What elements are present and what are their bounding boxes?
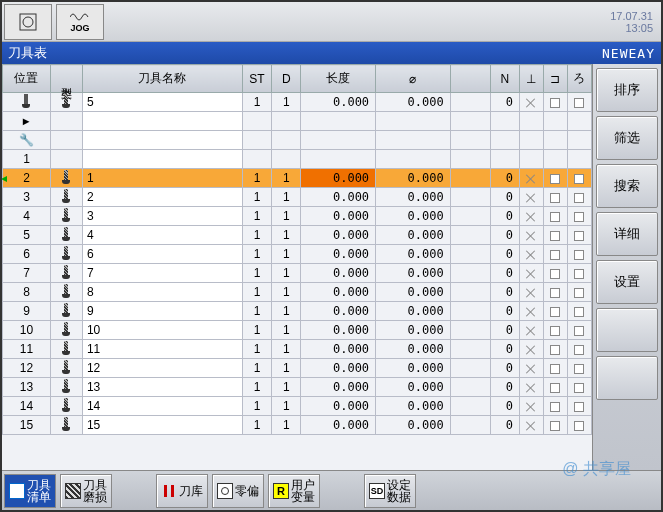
softkey-筛选[interactable]: 筛选: [596, 116, 658, 160]
table-header: 位置 类型 刀具名称 ST D 长度 ⌀ N ⊥ ⊐ ろ: [3, 65, 592, 93]
svg-point-1: [23, 17, 33, 27]
top-bar: JOG 17.07.3113:05: [2, 2, 661, 42]
table-row[interactable]: 1: [3, 150, 592, 169]
table-row[interactable]: 1414110.0000.0000: [3, 397, 592, 416]
table-row[interactable]: 1111110.0000.0000: [3, 340, 592, 359]
svg-rect-3: [171, 485, 174, 497]
table-row-selected[interactable]: ◂21110.0000.0000: [3, 169, 592, 188]
table-row[interactable]: 1010110.0000.0000: [3, 321, 592, 340]
table-row[interactable]: 1515110.0000.0000: [3, 416, 592, 435]
tool-table[interactable]: 位置 类型 刀具名称 ST D 长度 ⌀ N ⊥ ⊐ ろ 5110.0000.0…: [2, 64, 593, 471]
table-row[interactable]: 1212110.0000.0000: [3, 359, 592, 378]
table-row[interactable]: 5110.0000.0000: [3, 93, 592, 112]
softkey-blank[interactable]: [596, 308, 658, 352]
page-title: 刀具表: [8, 44, 47, 62]
table-row[interactable]: 1313110.0000.0000: [3, 378, 592, 397]
softkey-排序[interactable]: 排序: [596, 68, 658, 112]
bottom-bar: 刀具 清单刀具 磨损刀库零偏R用户 变量SD设定 数据: [2, 470, 661, 510]
svg-rect-2: [164, 485, 167, 497]
svg-rect-0: [20, 14, 36, 30]
datetime: 17.07.3113:05: [610, 10, 653, 34]
table-row[interactable]: 77110.0000.0000: [3, 264, 592, 283]
title-bar: 刀具表 NEWEAY: [2, 42, 661, 64]
bottomkey[interactable]: 零偏: [212, 474, 264, 508]
jog-icon[interactable]: JOG: [56, 4, 104, 40]
table-row[interactable]: 43110.0000.0000: [3, 207, 592, 226]
bottomkey[interactable]: 刀具 磨损: [60, 474, 112, 508]
table-row[interactable]: ▸: [3, 112, 592, 131]
softkey-sidebar: 排序筛选搜索详细设置: [593, 64, 661, 471]
table-row[interactable]: 66110.0000.0000: [3, 245, 592, 264]
brand-label: NEWEAY: [602, 46, 655, 61]
bottomkey[interactable]: 刀具 清单: [4, 474, 56, 508]
bottomkey[interactable]: 刀库: [156, 474, 208, 508]
table-row[interactable]: 99110.0000.0000: [3, 302, 592, 321]
machine-icon[interactable]: [4, 4, 52, 40]
bottomkey[interactable]: R用户 变量: [268, 474, 320, 508]
softkey-设置[interactable]: 设置: [596, 260, 658, 304]
table-row[interactable]: 54110.0000.0000: [3, 226, 592, 245]
softkey-blank[interactable]: [596, 356, 658, 400]
table-row[interactable]: 🔧: [3, 131, 592, 150]
softkey-详细[interactable]: 详细: [596, 212, 658, 256]
table-row[interactable]: 88110.0000.0000: [3, 283, 592, 302]
table-row[interactable]: 32110.0000.0000: [3, 188, 592, 207]
bottomkey[interactable]: SD设定 数据: [364, 474, 416, 508]
softkey-搜索[interactable]: 搜索: [596, 164, 658, 208]
